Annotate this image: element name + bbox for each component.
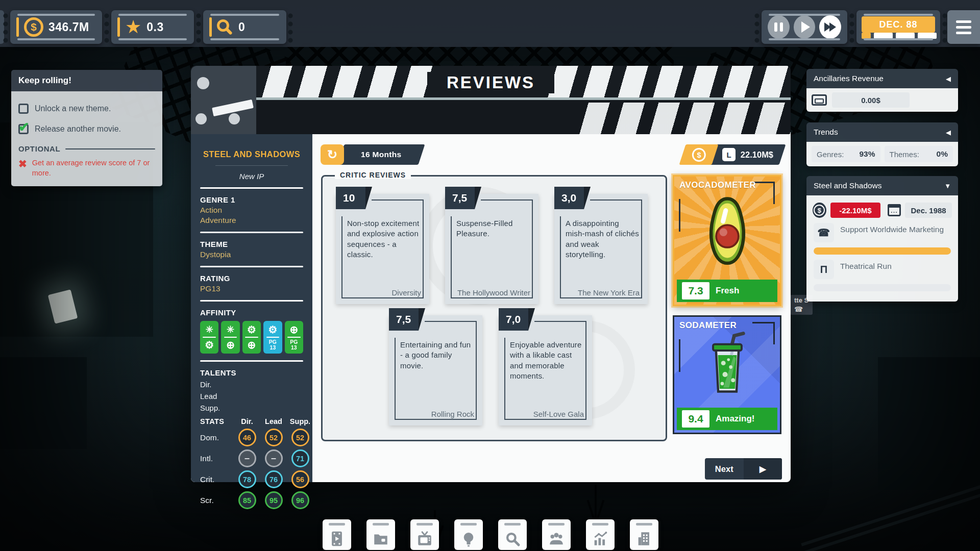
talent-row: Dir.: [200, 380, 303, 389]
theme-value: Dystopia: [200, 250, 303, 259]
stat-value: 52: [291, 429, 309, 446]
toolbar-stats-button[interactable]: [586, 519, 615, 550]
film-icon: [328, 530, 346, 547]
review-text: A disappointing mish-mash of clichés and…: [566, 218, 640, 260]
tv-icon: [416, 530, 433, 547]
clapper-hinge: [191, 66, 256, 134]
review-card: 7,0 Enjoyable adventure with a likable c…: [499, 315, 592, 425]
ancillaries-value: 0.00$: [832, 92, 910, 108]
review-zone: ↻ 16 Months $ L 22.10M$ CRITIC REVIEWS 1…: [312, 134, 791, 482]
review-card: 7,5 Suspense-Filled Pleasure. The Hollyw…: [445, 194, 538, 304]
objective-failed: ✖ Get an average review score of 7 or mo…: [18, 158, 155, 178]
toolbar-staff-button[interactable]: [542, 519, 571, 550]
ticket-perforation: [3, 12, 8, 44]
movie-balance: -22.10M$: [830, 203, 881, 218]
fast-forward-icon: [824, 22, 836, 32]
review-score: 3,0: [554, 187, 584, 209]
phone-icon: ☎: [794, 305, 808, 313]
ancillaries-header[interactable]: Ancillaries Revenue ◀: [806, 69, 958, 88]
fast-forward-button[interactable]: [819, 15, 841, 39]
game-screen: { "colors":{"accent":"#f6b544","navy":"#…: [0, 0, 980, 551]
date-label: DEC. 88: [862, 16, 935, 33]
avocado-illustration: [674, 194, 780, 269]
avocadometer-result: 7.3 Fresh: [677, 280, 777, 302]
movie-ip: New IP: [200, 172, 303, 181]
ticket-perforation: [288, 12, 293, 44]
collapse-left-icon[interactable]: ◀: [946, 75, 951, 83]
stat-value: –: [238, 449, 256, 467]
compass-icon: [289, 322, 298, 337]
modal-body: STEEL AND SHADOWS New IP GENRE 1 Action …: [191, 134, 791, 482]
menu-button[interactable]: [947, 10, 980, 44]
themes-trend: Themes: 0%: [885, 146, 953, 162]
toolbar-studio-button[interactable]: [630, 519, 658, 550]
review-source: Self-Love Gala: [533, 410, 584, 418]
clapperboard-header: REVIEWS: [191, 66, 791, 134]
stat-value: 46: [238, 429, 256, 446]
vhs-icon: [812, 94, 827, 106]
talent-row: Supp.: [200, 404, 303, 412]
campaign-item: ☎ Support Worldwide Marketing: [814, 223, 951, 255]
compass-icon: [226, 338, 235, 352]
campaign-progress-bar: [814, 284, 951, 291]
review-text: Enjoyable adventure with a likable cast …: [510, 340, 584, 381]
stat-value: 71: [291, 449, 309, 467]
avocadometer-verdict: Fresh: [716, 286, 739, 296]
review-text: Suspense-Filled Pleasure.: [456, 218, 530, 239]
ancillaries-panel: Ancillaries Revenue ◀ 0.00$: [806, 69, 958, 112]
checkbox-unchecked-icon: [18, 104, 29, 114]
affinity-tile: [285, 321, 303, 354]
theater-curtain-icon: Π: [814, 260, 834, 279]
fireworks-icon: [206, 322, 213, 337]
col-header: Dir.: [241, 417, 253, 425]
top-bar: $ 346.7M ★ 0.3 0 DEC. 88: [0, 0, 980, 47]
movie-status-title: Steel and Shadows: [814, 181, 882, 190]
revenue-badge: $ L 22.10M$: [682, 144, 782, 165]
movie-status-header[interactable]: Steel and Shadows ▼: [806, 176, 958, 195]
scouting-ticket[interactable]: 0: [203, 10, 286, 44]
toolbar-ideas-button[interactable]: [454, 519, 483, 550]
reputation-value: 0.3: [146, 20, 163, 34]
sodameter-result: 9.4 Amazing!: [677, 408, 777, 430]
pause-button[interactable]: [768, 15, 790, 39]
trends-header[interactable]: Trends ◀: [806, 122, 958, 142]
toolbar-projects-button[interactable]: [366, 519, 395, 550]
failed-x-icon: ✖: [18, 159, 27, 169]
avocadometer-title: AVOCADOMETER: [679, 180, 756, 190]
budget-ticket[interactable]: $ 346.7M: [10, 10, 102, 44]
scouting-value: 0: [238, 20, 245, 34]
collapse-left-icon[interactable]: ◀: [946, 129, 951, 136]
duration-badge: ↻ 16 Months: [321, 144, 422, 165]
ticket-perforation: [754, 12, 760, 44]
review-card: 10 Non-stop excitement and explosive act…: [336, 194, 429, 304]
budget-value: 346.7M: [48, 20, 89, 34]
trends-panel: Trends ◀ Genres: 93% Themes: 0%: [806, 122, 958, 166]
ancillaries-title: Ancillaries Revenue: [814, 74, 884, 83]
collapse-down-icon[interactable]: ▼: [944, 182, 951, 190]
optional-label: OPTIONAL: [18, 144, 60, 153]
toolbar-search-button[interactable]: [498, 519, 527, 550]
objective-label: Release another movie.: [35, 124, 121, 134]
stat-value: 52: [265, 429, 283, 446]
toolbar-tv-button[interactable]: [410, 519, 439, 550]
date-ticket: DEC. 88: [856, 10, 940, 44]
row-label: Intl.: [200, 454, 213, 463]
stats-header: STATS: [200, 417, 224, 425]
affinity-tile: [242, 321, 261, 354]
movie-sidebar: STEEL AND SHADOWS New IP GENRE 1 Action …: [191, 134, 312, 482]
accent-bar: [16, 17, 19, 37]
objectives-title: Keep rolling!: [11, 70, 162, 91]
next-button[interactable]: Next ▶: [705, 458, 782, 480]
review-source: The Hollywood Writer: [457, 288, 530, 297]
toolbar-movies-button[interactable]: [323, 519, 351, 550]
review-card: 3,0 A disappointing mish-mash of clichés…: [554, 194, 648, 304]
star-icon: ★: [125, 18, 141, 36]
sodameter-card[interactable]: SODAMETER 9.4: [673, 315, 781, 434]
avocadometer-card[interactable]: AVOCADOMETER 7.3 Fresh: [673, 175, 781, 306]
theme-label: THEME: [200, 240, 303, 248]
play-button[interactable]: [794, 15, 816, 39]
reputation-ticket[interactable]: ★ 0.3: [111, 10, 194, 44]
gear-icon: [247, 322, 256, 337]
campaign-progress-bar: [814, 247, 951, 255]
stat-value: 78: [238, 470, 256, 488]
